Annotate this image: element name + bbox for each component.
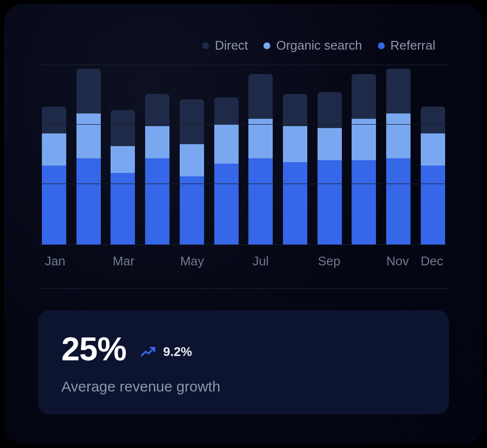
- bar: [76, 69, 101, 244]
- stat-top-row: 25% 9.2%: [61, 330, 426, 368]
- bar-segment-direct: [111, 110, 135, 146]
- bar-segment-referral: [352, 160, 376, 244]
- bar: [248, 74, 273, 244]
- bar: [214, 97, 239, 244]
- bar-segment-direct: [214, 97, 239, 124]
- bar-segment-direct: [283, 94, 307, 126]
- bar: [283, 94, 307, 244]
- legend-label: Organic search: [276, 38, 362, 53]
- stat-delta: 9.2%: [163, 344, 192, 359]
- bar-segment-referral: [386, 158, 411, 244]
- gridline: [38, 184, 449, 184]
- bar-segment-organic: [180, 144, 204, 176]
- x-axis-label: Jan: [38, 254, 72, 269]
- legend-item-referral: Referral: [378, 38, 435, 53]
- bar-segment-direct: [386, 69, 411, 113]
- bar-segment-direct: [180, 99, 204, 144]
- bar-segment-organic: [386, 113, 411, 158]
- bar-segment-referral: [76, 158, 101, 244]
- divider: [38, 288, 449, 289]
- bar: [421, 107, 445, 244]
- legend-item-direct: Direct: [202, 38, 248, 53]
- bar-segment-referral: [283, 162, 307, 244]
- bar-segment-organic: [248, 119, 273, 158]
- legend-dot-icon: [202, 42, 209, 49]
- bar-segment-organic: [214, 124, 239, 164]
- bar-segment-organic: [76, 113, 101, 158]
- bar-segment-referral: [421, 166, 445, 244]
- bar-segment-referral: [248, 158, 273, 244]
- bar: [180, 99, 204, 244]
- legend-item-organic: Organic search: [263, 38, 362, 53]
- legend-label: Referral: [391, 38, 435, 53]
- x-axis-label: Nov: [380, 254, 414, 269]
- stat-trend: 9.2%: [141, 344, 192, 359]
- bar: [352, 74, 376, 244]
- x-axis: JanFebMarAprMayJunJulAugSepOctNovDec: [38, 245, 449, 269]
- bar: [145, 94, 169, 244]
- stat-label: Average revenue growth: [61, 378, 426, 395]
- gridline: [38, 124, 449, 125]
- bar: [318, 92, 342, 244]
- bar-segment-direct: [248, 74, 273, 119]
- bar-segment-direct: [318, 92, 342, 128]
- bar-segment-organic: [421, 133, 445, 166]
- bar-segment-organic: [318, 128, 342, 160]
- x-axis-label: Sep: [312, 254, 346, 269]
- bar-segment-direct: [145, 94, 169, 126]
- bar-segment-direct: [352, 74, 376, 119]
- bar-segment-organic: [145, 126, 169, 158]
- x-axis-label: May: [175, 254, 209, 269]
- stacked-bar-chart: [38, 65, 449, 245]
- legend-dot-icon: [263, 42, 270, 49]
- stat-card: 25% 9.2% Average revenue growth: [38, 310, 449, 414]
- analytics-card: Direct Organic search Referral JanFebMar…: [4, 4, 483, 444]
- bar: [111, 110, 135, 244]
- bar-segment-referral: [180, 176, 204, 244]
- x-axis-label: Jul: [244, 254, 278, 269]
- bar: [42, 107, 66, 244]
- bar-segment-organic: [352, 119, 376, 160]
- bar-segment-organic: [42, 133, 66, 166]
- bar-segment-organic: [283, 126, 307, 162]
- legend-dot-icon: [378, 42, 385, 49]
- trend-up-icon: [141, 346, 158, 357]
- bar-segment-referral: [318, 160, 342, 244]
- bar-segment-direct: [421, 107, 445, 133]
- bar: [386, 69, 411, 244]
- bar-segment-organic: [111, 146, 135, 173]
- chart-legend: Direct Organic search Referral: [38, 38, 449, 53]
- stat-value: 25%: [61, 330, 126, 368]
- bar-segment-referral: [214, 164, 239, 244]
- x-axis-label: Mar: [107, 254, 141, 269]
- bar-segment-referral: [42, 166, 66, 244]
- bar-segment-referral: [145, 158, 169, 244]
- bar-segment-direct: [76, 69, 101, 113]
- bar-segment-direct: [42, 107, 66, 133]
- x-axis-label: Dec: [415, 254, 449, 269]
- legend-label: Direct: [215, 38, 248, 53]
